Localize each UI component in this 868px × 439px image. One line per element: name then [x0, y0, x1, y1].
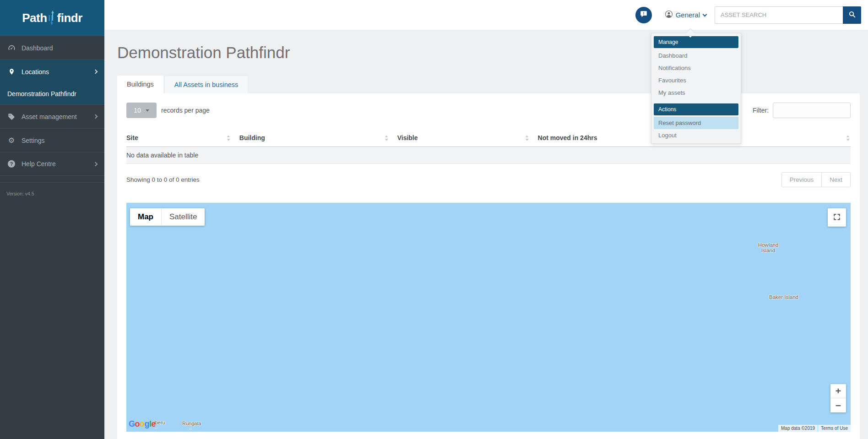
terms-of-use-link[interactable]: Terms of Use — [818, 425, 851, 432]
menu-item-dashboard[interactable]: Dashboard — [654, 49, 738, 62]
table-empty-row: No data available in table — [126, 147, 851, 164]
map-data-copyright: Map data ©2019 — [778, 425, 818, 432]
map-label-howland-island: Howland Island — [754, 242, 782, 253]
previous-page-button[interactable]: Previous — [781, 172, 822, 187]
chevron-down-icon — [703, 12, 707, 16]
dropdown-section-manage: Manage — [654, 36, 738, 48]
chevron-right-icon — [93, 162, 98, 166]
sidebar-nav: Dashboard Locations Demonstration Pathfi… — [0, 36, 104, 176]
map-marker-dot — [190, 428, 191, 430]
sidebar-item-settings[interactable]: ⚙ Settings — [0, 128, 104, 152]
fullscreen-icon — [833, 213, 841, 222]
map-canvas[interactable]: Map Satellite Howland Island Baker Islan… — [126, 203, 851, 432]
records-per-page-select[interactable]: 10 — [126, 103, 157, 118]
chevron-right-icon — [93, 114, 98, 119]
sidebar-item-label: Locations — [22, 68, 49, 76]
empty-message: No data available in table — [126, 147, 851, 164]
gauge-icon — [7, 44, 16, 52]
tab-buildings[interactable]: Buildings — [117, 76, 163, 93]
asset-search-button[interactable] — [843, 6, 861, 24]
sidebar-item-label: Help Centre — [22, 160, 56, 168]
menu-item-notifications[interactable]: Notifications — [654, 62, 738, 74]
map-label-baker-island: Baker Island — [769, 294, 798, 300]
main-content: Demonstration Pathfindr Buildings All As… — [104, 30, 868, 439]
map-pin-icon — [7, 68, 16, 76]
map-label-rungata: Rungata — [182, 421, 201, 426]
sidebar-item-label: Dashboard — [22, 44, 53, 52]
tab-bar: Buildings All Assets in business — [117, 76, 860, 93]
version-label: Version: v4.5 — [0, 182, 104, 205]
pagination: Previous Next — [781, 172, 851, 187]
menu-item-logout[interactable]: Logout — [654, 129, 738, 141]
filter-input[interactable] — [773, 103, 851, 118]
user-menu-label: General — [676, 11, 700, 19]
filter-label: Filter: — [753, 107, 769, 114]
menu-item-my-assets[interactable]: My assets — [654, 87, 738, 99]
google-logo[interactable]: Google — [129, 419, 156, 429]
topbar: General — [104, 0, 868, 30]
sidebar-item-locations[interactable]: Locations — [0, 60, 104, 83]
satellite-view-button[interactable]: Satellite — [161, 208, 205, 226]
pathfindr-arrows-icon — [48, 10, 56, 27]
sidebar-subitem-label: Demonstration Pathfindr — [7, 90, 76, 98]
sort-icon — [227, 135, 230, 142]
user-dropdown-menu: Manage Dashboard Notifications Favourite… — [651, 33, 741, 144]
buildings-table: Site Building Visible Not moved in — [126, 130, 851, 164]
sidebar-item-asset-management[interactable]: Asset management — [0, 104, 104, 128]
sidebar-item-demonstration-pathfindr[interactable]: Demonstration Pathfindr — [0, 83, 104, 104]
records-per-page-label: records per page — [161, 107, 210, 114]
zoom-in-button[interactable]: + — [830, 384, 846, 398]
map-type-control: Map Satellite — [130, 208, 205, 226]
help-icon: ? — [7, 160, 16, 168]
user-icon — [665, 10, 673, 20]
asset-search-group — [715, 6, 861, 24]
sidebar-item-dashboard[interactable]: Dashboard — [0, 36, 104, 60]
table-summary: Showing 0 to 0 of 0 entries — [126, 176, 200, 183]
map-attribution: Map data ©2019 Terms of Use — [778, 425, 851, 432]
menu-item-favourites[interactable]: Favourites — [654, 74, 738, 87]
dropdown-section-actions: Actions — [654, 103, 738, 115]
sort-icon — [525, 135, 529, 142]
sidebar: Path findr Dashboard — [0, 0, 104, 439]
menu-item-reset-password[interactable]: Reset password — [654, 117, 738, 129]
page-title: Demonstration Pathfindr — [117, 43, 860, 62]
next-page-button[interactable]: Next — [821, 172, 851, 187]
fullscreen-button[interactable] — [828, 208, 846, 227]
zoom-out-button[interactable]: − — [830, 398, 846, 412]
sidebar-item-label: Settings — [22, 137, 45, 144]
sidebar-group-locations: Locations Demonstration Pathfindr — [0, 60, 104, 104]
gears-icon: ⚙ — [7, 136, 16, 145]
column-header-site[interactable]: Site — [126, 130, 239, 147]
buildings-panel: 10 records per page Filter: — [117, 93, 860, 439]
asset-search-input[interactable] — [715, 6, 843, 24]
table-header-row: Site Building Visible Not moved in — [126, 130, 851, 147]
records-per-page-value: 10 — [134, 107, 141, 114]
user-menu-button[interactable]: General — [665, 10, 706, 20]
pathfindr-logo[interactable]: Path findr — [0, 0, 104, 36]
logo-text-left: Path — [22, 11, 47, 25]
tag-icon — [7, 113, 16, 121]
search-icon — [848, 11, 856, 20]
sort-icon — [846, 135, 850, 142]
sidebar-item-label: Asset management — [22, 113, 77, 120]
chevron-right-icon — [93, 70, 98, 74]
column-header-visible[interactable]: Visible — [397, 130, 538, 147]
map-view-button[interactable]: Map — [130, 208, 161, 226]
sort-icon — [385, 135, 388, 142]
logo-text-right: findr — [57, 11, 82, 25]
caret-down-icon — [146, 109, 149, 112]
column-header-building[interactable]: Building — [239, 130, 397, 147]
chat-bubble-icon — [640, 10, 648, 20]
map-zoom-control: + − — [830, 384, 846, 412]
tab-all-assets[interactable]: All Assets in business — [164, 76, 248, 93]
sidebar-item-help-centre[interactable]: ? Help Centre — [0, 152, 104, 176]
feedback-chat-button[interactable] — [635, 7, 652, 23]
